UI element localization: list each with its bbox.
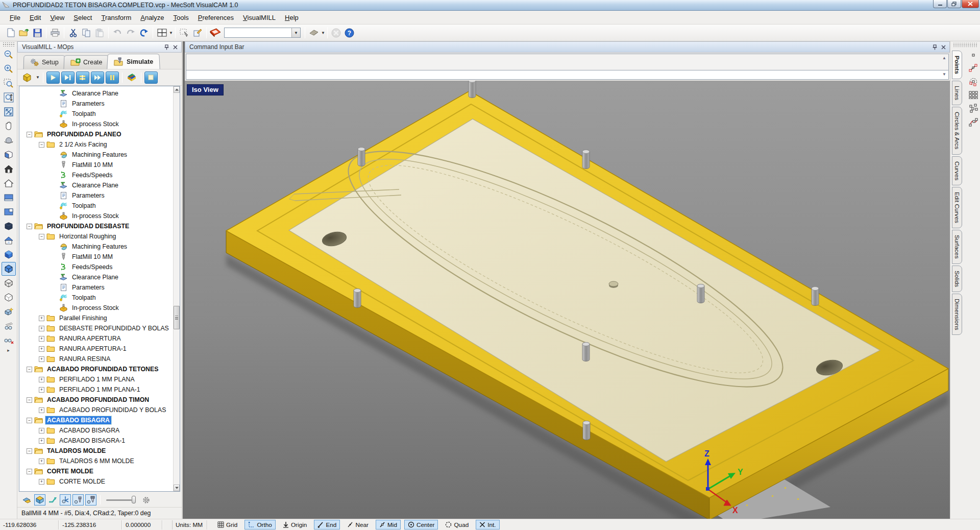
tab-setup[interactable]: Setup (23, 55, 66, 69)
expand-icon[interactable]: + (39, 346, 44, 352)
copy-icon[interactable] (80, 26, 93, 39)
wireframe-view-icon[interactable] (2, 276, 16, 290)
step-button[interactable] (61, 71, 75, 84)
tree-item-label[interactable]: ACABADO PROFUNDIDAD TIMON (45, 396, 151, 404)
point-scatter-icon[interactable] (969, 104, 978, 113)
tree-item-label[interactable]: TALADROS 6 MM MOLDE (58, 457, 136, 465)
close-panel-icon[interactable] (172, 43, 179, 51)
tree-item[interactable]: Parameters (19, 190, 173, 201)
menu-help[interactable]: Help (280, 12, 303, 23)
scroll-up-icon[interactable] (174, 86, 180, 93)
tree-item[interactable]: −ACABADO PROFUNDIDAD TIMON (19, 395, 173, 405)
tool-display-icon[interactable] (72, 494, 84, 505)
point-curve-icon[interactable] (969, 117, 978, 127)
tree-item[interactable]: Toolpath (19, 201, 173, 211)
tree-item-label[interactable]: CORTE MOLDE (58, 477, 107, 486)
toolbar-grip[interactable] (952, 43, 978, 47)
tree-item-label[interactable]: RANURA RESINA (58, 355, 112, 363)
tree-item-label[interactable]: Clearance Plane (70, 273, 120, 281)
hide-toolpath-icon[interactable] (2, 333, 16, 347)
tree-item[interactable]: In-process Stock (19, 211, 173, 221)
point-line-icon[interactable] (969, 63, 978, 73)
rotate-icon[interactable] (2, 133, 16, 147)
tree-item[interactable]: −2 1/2 Axis Facing (19, 139, 173, 150)
tree-item[interactable]: Parameters (19, 282, 173, 293)
new-icon[interactable] (4, 26, 17, 39)
tree-item[interactable]: Parameters (19, 99, 173, 109)
snap-grid-toggle[interactable]: Grid (214, 520, 241, 529)
view-bottom-icon[interactable] (2, 219, 16, 233)
tree-item-label[interactable]: Machining Features (70, 243, 129, 251)
cut-icon[interactable] (66, 26, 80, 39)
tree-item-label[interactable]: Toolpath (70, 110, 97, 118)
tree-item-label[interactable]: FlatMill 10 MM (70, 253, 114, 261)
stop-icon[interactable] (330, 26, 343, 39)
close-button[interactable] (962, 0, 979, 8)
tree-item-label[interactable]: Machining Features (70, 151, 129, 159)
tree-item[interactable]: −TALADROS MOLDE (19, 446, 173, 456)
toolpath-visibility-icon[interactable] (47, 494, 58, 505)
tree-item-label[interactable]: Parameters (70, 283, 106, 292)
iso-view-icon[interactable] (2, 262, 16, 276)
expand-icon[interactable]: + (39, 459, 44, 464)
tree-item-label[interactable]: 2 1/2 Axis Facing (58, 140, 109, 149)
tab-edit-curves[interactable]: Edit Curves (952, 187, 962, 228)
pause-button[interactable] (106, 71, 119, 84)
zoom-window-icon[interactable] (2, 76, 16, 90)
collapse-icon[interactable]: − (27, 469, 32, 474)
tree-item[interactable]: +RANURA RESINA (19, 354, 173, 364)
tree-item-label[interactable]: PROFUNDIDAD DESBASTE (45, 222, 131, 230)
tree-item-label[interactable]: Horizontal Roughing (58, 232, 117, 240)
select-box-icon[interactable] (178, 26, 191, 39)
viewport-layout-icon[interactable] (155, 26, 168, 39)
help-icon[interactable]: ? (343, 26, 356, 39)
expand-icon[interactable]: + (39, 356, 44, 362)
zoom-out-icon[interactable] (2, 47, 16, 61)
tree-item-label[interactable]: ACABADO PROFUNDIDAD TETONES (45, 365, 160, 373)
combobox-dropdown-icon[interactable]: ▼ (291, 28, 300, 37)
expand-icon[interactable]: + (39, 407, 44, 413)
tab-circles-arcs[interactable]: Circles & Arcs (952, 107, 962, 154)
menu-select[interactable]: Select (69, 12, 96, 23)
menu-file[interactable]: File (5, 12, 25, 23)
tree-item-label[interactable]: Clearance Plane (70, 89, 120, 98)
tab-surfaces[interactable]: Surfaces (952, 230, 962, 264)
view-front-icon[interactable] (2, 205, 16, 219)
menu-visualmill[interactable]: VisualMILL (238, 12, 280, 23)
stock-model-icon[interactable] (34, 494, 45, 505)
collapse-icon[interactable]: − (27, 132, 32, 137)
tree-item[interactable]: −ACABADO BISAGRA (19, 415, 173, 425)
tree-item-label[interactable]: ACABADO BISAGRA (45, 416, 111, 424)
menu-edit[interactable]: Edit (25, 12, 45, 23)
tree-item[interactable]: Toolpath (19, 293, 173, 303)
expand-icon[interactable]: + (39, 316, 44, 321)
menu-transform[interactable]: Transform (96, 12, 136, 23)
tree-item-label[interactable]: ACABADO BISAGRA (58, 426, 121, 435)
tree-item[interactable]: +PERFILADO 1 MM PLANA (19, 374, 173, 384)
simulate-stock-icon[interactable] (126, 71, 138, 84)
toolbar-grip[interactable] (2, 42, 15, 46)
tree-item[interactable]: +DESBASTE PROFUNDIDAD Y BOLAS (19, 323, 173, 333)
paste-icon[interactable] (93, 26, 106, 39)
tree-item[interactable]: +ACABADO PROFUNDIDAD Y BOLAS (19, 405, 173, 415)
tree-item[interactable]: Clearance Plane (19, 88, 173, 99)
tree-item[interactable]: +Parallel Finishing (19, 313, 173, 323)
tree-item[interactable]: FlatMill 10 MM (19, 160, 173, 170)
tree-item-label[interactable]: DESBASTE PROFUNDIDAD Y BOLAS (58, 324, 170, 332)
tree-item[interactable]: Clearance Plane (19, 272, 173, 282)
simulation-speed-slider[interactable] (106, 495, 137, 504)
layer-combobox[interactable]: ▼ (224, 28, 301, 38)
tab-simulate[interactable]: Simulate (107, 54, 160, 69)
tool-holder-icon[interactable] (85, 494, 96, 505)
viewport-3d[interactable]: Z Y X Iso View (185, 81, 950, 519)
tree-item[interactable]: Machining Features (19, 150, 173, 160)
tree-item[interactable]: In-process Stock (19, 303, 173, 313)
pin-icon[interactable] (163, 43, 170, 51)
tree-item[interactable]: −CORTE MOLDE (19, 466, 173, 476)
snap-int-toggle[interactable]: Int. (476, 520, 499, 529)
restore-button[interactable] (947, 0, 961, 8)
zoom-selected-icon[interactable] (2, 90, 16, 104)
command-input[interactable] (186, 70, 949, 80)
print-icon[interactable] (48, 26, 62, 39)
view-top-icon[interactable] (2, 190, 16, 204)
